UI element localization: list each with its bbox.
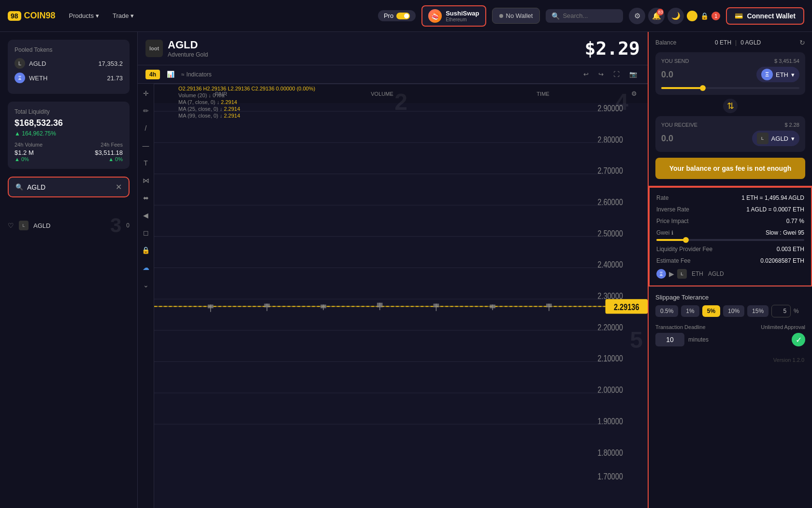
token-amount-weth: 21.73	[107, 75, 123, 82]
inverse-rate-value: 1 AGLD = 0.0007 ETH	[746, 206, 804, 213]
balance-eth: 0 ETH	[715, 39, 731, 46]
swap-arrow-icon[interactable]: ⇅	[723, 99, 738, 113]
chevron-down-icon: ▾	[791, 135, 795, 142]
text-tool[interactable]: T	[140, 157, 152, 169]
eraser-tool[interactable]: ◻	[140, 227, 152, 239]
deadline-input[interactable]	[655, 333, 684, 346]
horizontal-tool[interactable]: —	[140, 140, 152, 151]
ohlc-display: O2.29136 H2.29136 L2.29136 C2.29136 0.00…	[178, 86, 315, 91]
chart-type-button[interactable]: 📊	[164, 69, 177, 79]
main-content: Pooled Tokens L AGLD 17,353.2 Ξ WETH 21.…	[0, 32, 812, 508]
slippage-15-button[interactable]: 15%	[747, 305, 768, 317]
indicators-button[interactable]: ≈ Indicators	[181, 71, 212, 78]
svg-text:2.00000: 2.00000	[597, 385, 623, 395]
notification-icon[interactable]: 🔔 83	[648, 8, 665, 24]
header-icon-group: ⚙ 🔔 83 🌙 🔒 1	[629, 8, 720, 24]
chart-toolbar: 4h 📊 ≈ Indicators ↩ ↪ ⛶ 📷	[138, 65, 648, 84]
search-bar[interactable]: 🔍	[546, 9, 623, 23]
undo-button[interactable]: ↩	[580, 69, 592, 79]
user-avatar[interactable]	[687, 11, 697, 21]
refresh-button[interactable]: ↻	[799, 39, 805, 46]
svg-rect-35	[377, 303, 383, 308]
svg-rect-37	[434, 304, 439, 308]
total-liquidity-change: ▲ 164,962.75%	[14, 130, 123, 137]
nav-left-button[interactable]: ◀	[140, 209, 152, 221]
deadline-approval-row: Transaction Deadline minutes Unlimited A…	[655, 324, 805, 346]
no-wallet-button[interactable]: No Wallet	[492, 8, 540, 24]
crosshair-tool[interactable]: ✛	[140, 88, 152, 99]
slippage-1-button[interactable]: 1%	[681, 305, 699, 317]
clear-search-button[interactable]: ✕	[116, 182, 122, 192]
swap-warning-button[interactable]: Your balance or gas fee is not enough	[655, 158, 805, 179]
receive-amount-input[interactable]	[661, 134, 739, 144]
pattern-tool[interactable]: ⋈	[140, 175, 152, 186]
fees-change: ▲ 0%	[69, 156, 123, 162]
nav-trade[interactable]: Trade ▾	[109, 10, 138, 21]
pencil-tool[interactable]: ✏	[140, 105, 152, 117]
screenshot-button[interactable]: 📷	[626, 69, 640, 79]
svg-text:1.80000: 1.80000	[597, 448, 623, 458]
fullscreen-button[interactable]: ⛶	[610, 69, 623, 79]
chart-header: loot AGLD Adventure Gold $2.29	[138, 32, 648, 65]
volume-title: 24h Volume	[14, 142, 69, 148]
search-icon: 🔍	[551, 12, 560, 20]
chart-svg: 2.90000 2.80000 2.70000 2.60000 2.50000 …	[154, 84, 648, 489]
redo-button[interactable]: ↪	[595, 69, 607, 79]
send-amount-input[interactable]	[661, 70, 739, 80]
timeframe-4h-button[interactable]: 4h	[145, 70, 160, 79]
ma7-display: MA (7, close, 0) ↓ 2.2914	[178, 99, 315, 105]
svg-text:2.80000: 2.80000	[597, 134, 623, 145]
measure-tool[interactable]: ⬌	[140, 192, 152, 204]
notification-badge: 83	[657, 9, 664, 15]
connect-wallet-label: Connect Wallet	[747, 12, 796, 20]
send-slider[interactable]	[661, 87, 799, 89]
swap-top-section: Balance 0 ETH | 0 AGLD ↻ YOU SEND $ 3,45…	[649, 32, 812, 187]
chart-indicators-display: O2.29136 H2.29136 L2.29136 C2.29136 0.00…	[178, 86, 315, 119]
svg-rect-29	[208, 305, 214, 309]
favorite-icon[interactable]: ♡	[8, 222, 14, 229]
search-input[interactable]	[563, 12, 611, 19]
send-token-selector[interactable]: Ξ ETH ▾	[756, 67, 799, 82]
receive-usd: $ 2.28	[784, 122, 799, 128]
send-token-name: ETH	[776, 71, 788, 78]
receive-token-selector[interactable]: L AGLD ▾	[752, 131, 799, 146]
fees-value: $3,511.18	[69, 149, 123, 156]
gwei-info-icon[interactable]: ℹ	[671, 230, 673, 236]
gwei-slider[interactable]	[656, 239, 804, 241]
right-panel: Balance 0 ETH | 0 AGLD ↻ YOU SEND $ 3,45…	[648, 32, 812, 508]
liquidity-card: Total Liquidity $168,532.36 ▲ 164,962.75…	[8, 102, 130, 169]
balance-agld: 0 AGLD	[740, 39, 761, 46]
slippage-custom-input[interactable]	[771, 305, 791, 317]
left-sidebar: Pooled Tokens L AGLD 17,353.2 Ξ WETH 21.…	[0, 32, 138, 508]
connect-wallet-button[interactable]: 💳 Connect Wallet	[726, 7, 804, 25]
settings-icon[interactable]: ⚙	[629, 8, 645, 24]
svg-text:2.60000: 2.60000	[597, 197, 623, 207]
token-search-section: 🔍 ✕	[8, 177, 130, 197]
no-wallet-label: No Wallet	[506, 12, 533, 19]
lock-tool[interactable]: 🔒	[140, 244, 152, 256]
slippage-pct-label: %	[794, 308, 799, 314]
pro-toggle-switch[interactable]	[396, 13, 410, 19]
swap-direction-toggle[interactable]: ⇅	[655, 99, 805, 113]
svg-text:1.90000: 1.90000	[597, 416, 623, 426]
nav-products[interactable]: Products ▾	[65, 10, 103, 21]
slippage-5-button[interactable]: 5%	[702, 305, 720, 317]
cloud-tool[interactable]: ☁	[140, 262, 152, 273]
slippage-10-button[interactable]: 10%	[723, 305, 744, 317]
sushiswap-selector[interactable]: 🍣 SushiSwap Ethereum	[421, 5, 486, 27]
approval-toggle[interactable]: ✓	[792, 333, 805, 346]
approval-section: Unlimited Approval ✓	[730, 324, 805, 346]
expand-tool[interactable]: ⌄	[140, 279, 152, 291]
weth-icon: Ξ	[14, 73, 25, 83]
rate-value: 1 ETH = 1,495.94 AGLD	[741, 194, 804, 201]
svg-rect-33	[320, 305, 326, 309]
trend-tool[interactable]: /	[140, 122, 152, 134]
pro-toggle-container: Pro	[378, 10, 416, 21]
moon-icon[interactable]: 🌙	[667, 8, 684, 24]
settings-panel: Slippage Tolerance 0.5% 1% 5% 10% 15% % …	[649, 286, 812, 353]
lock-icon[interactable]: 🔒	[700, 12, 709, 20]
minutes-label: minutes	[688, 336, 709, 343]
slippage-05-button[interactable]: 0.5%	[655, 305, 678, 317]
token-result-row[interactable]: ♡ L AGLD 3 0	[8, 211, 130, 240]
token-search-input[interactable]	[27, 183, 112, 191]
